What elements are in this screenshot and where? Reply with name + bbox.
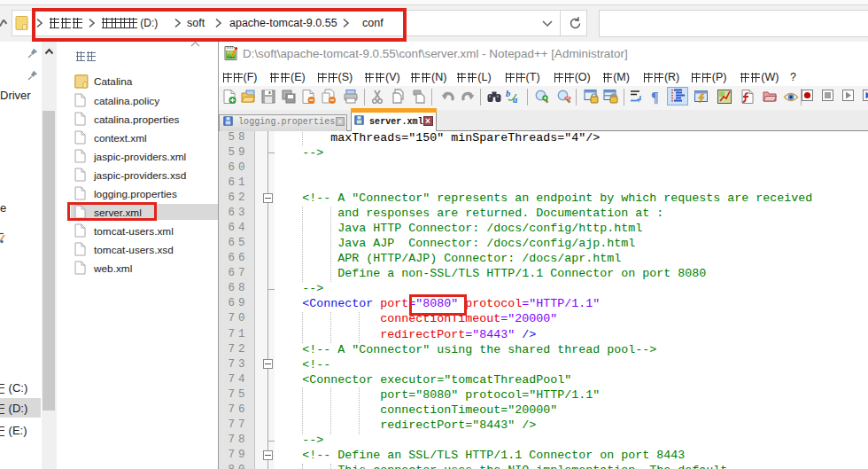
svg-text:b: b — [506, 89, 510, 98]
svg-text:¶: ¶ — [651, 90, 659, 105]
